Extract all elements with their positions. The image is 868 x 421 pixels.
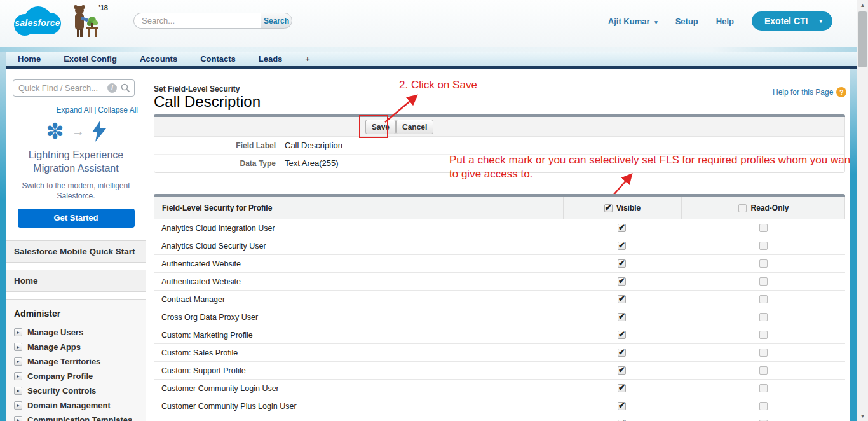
visible-header-label: Visible <box>616 204 641 212</box>
data-type-value: Text Area(255) <box>285 158 339 168</box>
expand-twisty-icon[interactable]: ▸ <box>14 357 22 366</box>
readonly-checkbox[interactable] <box>759 295 768 303</box>
sidebar-item-label: Company Profile <box>27 371 93 381</box>
field-label-value: Call Description <box>285 141 342 150</box>
sidebar-admin-item[interactable]: ▸ Manage Apps <box>6 340 146 354</box>
visible-checkbox[interactable] <box>618 242 626 250</box>
table-row: Authenticated Website <box>154 255 845 273</box>
help-link[interactable]: Help <box>716 17 734 26</box>
migration-assistant-title: Lightning Experience Migration Assistant <box>6 149 146 176</box>
field-label-row: Field Label Call Description <box>154 137 844 155</box>
page-left-border <box>0 52 6 421</box>
salesforce-logo[interactable]: salesforce <box>14 5 61 36</box>
profile-name: Analytics Cloud Integration User <box>154 224 562 233</box>
user-name-label: Ajit Kumar <box>608 17 650 26</box>
readonly-checkbox[interactable] <box>759 313 768 321</box>
administer-title: Administer <box>6 300 146 325</box>
visible-header-checkbox[interactable] <box>604 204 613 212</box>
profile-name: Contract Manager <box>154 295 562 304</box>
sidebar-section-mobile-quick-start[interactable]: Salesforce Mobile Quick Start <box>6 240 146 263</box>
sidebar-item-label: Communication Templates <box>27 415 132 421</box>
app-menu-button[interactable]: Exotel CTI ▾ <box>752 11 832 31</box>
scroll-down-arrow[interactable]: ▼ <box>857 411 868 421</box>
visible-checkbox[interactable] <box>618 349 626 357</box>
readonly-checkbox[interactable] <box>759 224 768 232</box>
setup-link[interactable]: Setup <box>675 17 698 26</box>
nav-tab[interactable]: Accounts <box>140 54 177 64</box>
visible-checkbox[interactable] <box>618 366 626 375</box>
expand-twisty-icon[interactable]: ▸ <box>14 416 22 421</box>
sidebar-admin-item[interactable]: ▸ Manage Territories <box>6 354 146 369</box>
visible-checkbox[interactable] <box>618 277 626 286</box>
scroll-up-arrow[interactable]: ▲ <box>857 0 868 10</box>
column-header-profile: Field-Level Security for Profile <box>154 204 563 212</box>
readonly-checkbox[interactable] <box>759 366 768 375</box>
nav-tab[interactable]: Home <box>18 54 41 64</box>
scrollbar-thumb[interactable] <box>858 11 867 67</box>
readonly-checkbox[interactable] <box>759 402 768 410</box>
mascot-bear-illustration: '18 <box>71 4 108 38</box>
visible-checkbox[interactable] <box>618 224 626 232</box>
expand-twisty-icon[interactable]: ▸ <box>14 401 22 410</box>
sidebar-admin-item[interactable]: ▸ Domain Management <box>6 398 146 413</box>
vertical-scrollbar[interactable]: ▲ ▼ <box>857 0 868 421</box>
profile-name: Customer Community Login User <box>154 384 562 393</box>
annotation-box-save <box>359 115 388 138</box>
readonly-checkbox[interactable] <box>759 277 768 286</box>
visible-checkbox[interactable] <box>618 402 626 410</box>
profile-name: Custom: Marketing Profile <box>154 331 562 340</box>
table-row: Customer Community Plus Login User <box>154 397 845 415</box>
annotation-step2-text: 2. Click on Save <box>399 79 477 92</box>
collapse-all-link[interactable]: Collapse All <box>98 106 138 114</box>
sidebar-item-label: Manage Users <box>27 328 83 337</box>
global-header: salesforce '18 Search Ajit Kumar ▾ <box>0 0 868 47</box>
header-divider-band <box>0 47 868 52</box>
fls-table-header: Field-Level Security for Profile Visible… <box>154 197 845 219</box>
tab-bar: HomeExotel ConfigAccountsContactsLeads+ <box>0 52 868 69</box>
sidebar-admin-item[interactable]: ▸ Communication Templates <box>6 413 146 421</box>
expand-twisty-icon[interactable]: ▸ <box>14 387 22 395</box>
table-row <box>154 415 845 421</box>
readonly-header-label: Read-Only <box>750 204 789 212</box>
nav-tab[interactable]: Leads <box>259 54 283 64</box>
readonly-checkbox[interactable] <box>759 242 768 250</box>
visible-checkbox[interactable] <box>618 259 626 268</box>
fls-table: Field-Level Security for Profile Visible… <box>154 197 845 421</box>
sidebar-admin-item[interactable]: ▸ Company Profile <box>6 369 146 383</box>
search-icon[interactable] <box>121 83 130 93</box>
sidebar-section-home[interactable]: Home <box>6 270 146 292</box>
global-search-input[interactable] <box>133 13 261 29</box>
expand-twisty-icon[interactable]: ▸ <box>14 372 22 380</box>
readonly-checkbox[interactable] <box>759 259 768 268</box>
info-icon[interactable]: i <box>107 83 117 93</box>
nav-tab[interactable]: + <box>305 54 310 64</box>
main-content: Set Field-Level Security Call Descriptio… <box>146 69 850 421</box>
sidebar-admin-item[interactable]: ▸ Security Controls <box>6 383 146 398</box>
user-menu[interactable]: Ajit Kumar ▾ <box>608 17 658 26</box>
quick-find-input[interactable] <box>18 83 107 93</box>
visible-checkbox[interactable] <box>618 384 626 392</box>
field-label-key: Field Label <box>154 141 285 150</box>
table-row: Analytics Cloud Security User <box>154 237 845 255</box>
migration-assistant-subtitle: Switch to the modern, intelligent Salesf… <box>6 181 146 201</box>
table-row: Authenticated Website <box>154 273 845 291</box>
table-row: Analytics Cloud Integration User <box>154 219 845 237</box>
help-for-this-page-link[interactable]: Help for this Page ? <box>773 87 846 97</box>
get-started-button[interactable]: Get Started <box>18 209 135 228</box>
nav-tab[interactable]: Exotel Config <box>64 54 117 64</box>
visible-checkbox[interactable] <box>618 295 626 303</box>
expand-twisty-icon[interactable]: ▸ <box>14 328 22 336</box>
breadcrumb: Set Field-Level Security <box>154 85 240 93</box>
nav-tab[interactable]: Contacts <box>200 54 236 64</box>
help-question-icon: ? <box>836 87 846 97</box>
readonly-header-checkbox[interactable] <box>738 204 747 212</box>
readonly-checkbox[interactable] <box>759 384 768 392</box>
global-search-button[interactable]: Search <box>261 13 292 29</box>
expand-twisty-icon[interactable]: ▸ <box>14 343 22 351</box>
readonly-checkbox[interactable] <box>759 331 768 339</box>
sidebar-admin-item[interactable]: ▸ Manage Users <box>6 325 146 340</box>
expand-all-link[interactable]: Expand All <box>56 106 92 114</box>
visible-checkbox[interactable] <box>618 331 626 339</box>
readonly-checkbox[interactable] <box>759 349 768 357</box>
visible-checkbox[interactable] <box>618 313 626 321</box>
